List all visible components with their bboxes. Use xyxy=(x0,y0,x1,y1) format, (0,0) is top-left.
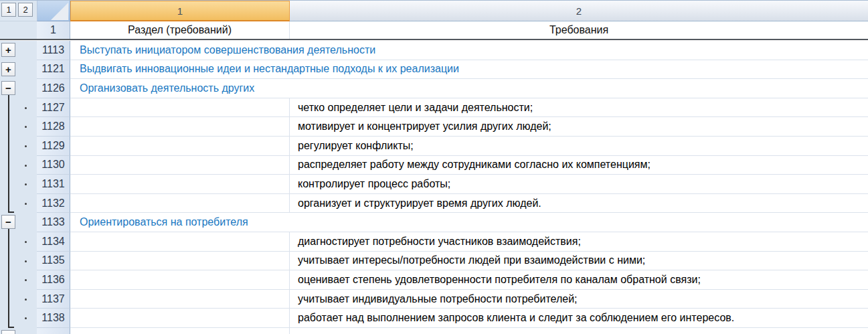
table-row: 1132 организует и структурирует время др… xyxy=(0,194,868,214)
outline-gutter-cell: − xyxy=(0,79,37,98)
section-cell[interactable]: Организовать деятельность других xyxy=(70,79,868,98)
column-header-2[interactable]: 2 xyxy=(290,1,868,21)
outline-gutter-cell xyxy=(0,137,37,156)
outline-level-1-button[interactable]: 1 xyxy=(1,3,16,17)
requirement-cell[interactable]: работает над выполнением запросов клиент… xyxy=(290,309,868,327)
section-cell[interactable]: Выдвигать инновационные идеи и нестандар… xyxy=(70,60,868,79)
col2-title-cell[interactable]: Требования xyxy=(290,21,868,39)
expand-group-button[interactable]: + xyxy=(1,43,15,57)
outline-bracket-foot xyxy=(8,212,14,213)
table-row: − 1133 Ориентироваться на потребителя xyxy=(0,213,868,232)
table-row: 1129 регулирует конфликты; xyxy=(0,137,868,156)
row-header[interactable]: 1135 xyxy=(37,252,70,271)
empty-cell[interactable] xyxy=(70,194,290,213)
table-row: 1137 учитывает индивидуальные потребност… xyxy=(0,290,868,309)
outline-bracket-line xyxy=(8,95,9,213)
column-header-1[interactable]: 1 xyxy=(70,1,290,21)
requirement-cell[interactable]: учитывает интересы/потребности людей при… xyxy=(290,252,868,270)
outline-bracket-line xyxy=(8,229,9,328)
detail-row-dot-icon xyxy=(25,145,27,147)
empty-cell[interactable] xyxy=(70,270,290,289)
empty-cell[interactable] xyxy=(70,175,290,193)
requirement-cell[interactable]: оценивает степень удовлетворенности потр… xyxy=(290,270,868,289)
outline-gutter-cell xyxy=(0,309,37,328)
row-header[interactable]: 1127 xyxy=(37,98,70,118)
expand-group-button[interactable]: + xyxy=(1,62,15,76)
row-header[interactable]: 1134 xyxy=(37,232,70,252)
outline-gutter-cell xyxy=(0,194,37,214)
collapse-group-button-partial[interactable] xyxy=(1,330,15,334)
row-header[interactable]: 1131 xyxy=(37,175,70,194)
empty-cell[interactable] xyxy=(70,290,290,309)
outline-gutter-cell xyxy=(0,98,37,118)
detail-row-dot-icon xyxy=(25,107,27,109)
table-row: 1127 четко определяет цели и задачи деят… xyxy=(0,98,868,118)
requirement-cell[interactable]: диагностирует потребности участников вза… xyxy=(290,232,868,251)
row-header[interactable]: 1113 xyxy=(37,41,70,60)
empty-cell[interactable] xyxy=(70,232,290,251)
requirement-cell[interactable]: мотивирует и концентрирует усилия других… xyxy=(290,117,868,136)
row-header[interactable]: 1 xyxy=(37,21,70,39)
table-row: 1135 учитывает интересы/потребности люде… xyxy=(0,252,868,271)
column-header-band: 1 2 1 2 xyxy=(0,1,868,21)
row-header[interactable]: 1137 xyxy=(37,290,70,309)
table-row: 1136 оценивает степень удовлетворенности… xyxy=(0,270,868,290)
table-row: + 1113 Выступать инициатором совершенств… xyxy=(0,41,868,60)
select-all-triangle-icon xyxy=(51,3,68,20)
outline-gutter-cell xyxy=(0,117,37,137)
outline-bracket-foot xyxy=(8,327,14,328)
outline-gutter-cell xyxy=(0,175,37,194)
col1-title-cell[interactable]: Раздел (требований) xyxy=(70,21,290,39)
empty-cell[interactable] xyxy=(70,98,290,117)
empty-cell[interactable] xyxy=(70,117,290,136)
requirement-cell[interactable]: учитывает индивидуальные потребности пот… xyxy=(290,290,868,309)
collapse-group-button[interactable]: − xyxy=(1,81,15,95)
empty-cell[interactable] xyxy=(70,137,290,155)
outline-gutter-cell: + xyxy=(0,60,37,80)
outline-gutter-cell xyxy=(0,252,37,271)
row-header[interactable] xyxy=(37,328,70,334)
collapse-group-button[interactable]: − xyxy=(1,215,15,229)
requirement-cell[interactable]: распределяет работу между сотрудниками с… xyxy=(290,156,868,175)
detail-row-dot-icon xyxy=(25,299,27,301)
table-row: 1131 контролирует процесс работы; xyxy=(0,175,868,194)
requirement-cell[interactable]: контролирует процесс работы; xyxy=(290,175,868,193)
empty-cell[interactable] xyxy=(70,252,290,270)
row-header[interactable]: 1121 xyxy=(37,60,70,80)
table-row: 1128 мотивирует и концентрирует усилия д… xyxy=(0,117,868,137)
requirement-cell[interactable]: организует и структурирует время других … xyxy=(290,194,868,213)
detail-row-dot-icon xyxy=(25,260,27,262)
requirement-cell[interactable]: регулирует конфликты; xyxy=(290,137,868,155)
detail-row-dot-icon xyxy=(25,317,27,319)
table-row: 1134 диагностирует потребности участнико… xyxy=(0,232,868,252)
empty-cell[interactable] xyxy=(70,328,290,334)
row-header[interactable]: 1128 xyxy=(37,117,70,137)
row-header[interactable]: 1132 xyxy=(37,194,70,214)
row-header[interactable]: 1138 xyxy=(37,309,70,328)
requirement-cell[interactable]: четко определяет цели и задачи деятельно… xyxy=(290,98,868,117)
table-row: 1138 работает над выполнением запросов к… xyxy=(0,309,868,328)
row-header[interactable]: 1126 xyxy=(37,79,70,98)
section-cell[interactable]: Выступать инициатором совершенствования … xyxy=(70,41,868,60)
outline-gutter-cell xyxy=(0,21,37,39)
empty-cell[interactable] xyxy=(70,309,290,327)
table-row: − 1126 Организовать деятельность других xyxy=(0,79,868,98)
select-all-corner[interactable] xyxy=(37,1,70,21)
detail-row-dot-icon xyxy=(25,165,27,167)
outline-gutter-cell: + xyxy=(0,41,37,60)
empty-cell[interactable] xyxy=(70,156,290,175)
detail-row-dot-icon xyxy=(25,241,27,243)
outline-gutter-cell xyxy=(0,232,37,252)
row-header[interactable]: 1129 xyxy=(37,137,70,156)
detail-row-dot-icon xyxy=(25,279,27,281)
detail-row-dot-icon xyxy=(25,126,27,128)
row-header[interactable]: 1130 xyxy=(37,156,70,175)
outline-level-2-button[interactable]: 2 xyxy=(18,3,33,17)
empty-cell[interactable] xyxy=(290,328,868,334)
section-cell[interactable]: Ориентироваться на потребителя xyxy=(70,213,868,232)
outline-gutter-cell: − xyxy=(0,213,37,232)
outline-gutter-cell xyxy=(0,270,37,290)
row-header[interactable]: 1136 xyxy=(37,270,70,290)
row-header[interactable]: 1133 xyxy=(37,213,70,232)
outline-gutter-cell xyxy=(0,290,37,309)
